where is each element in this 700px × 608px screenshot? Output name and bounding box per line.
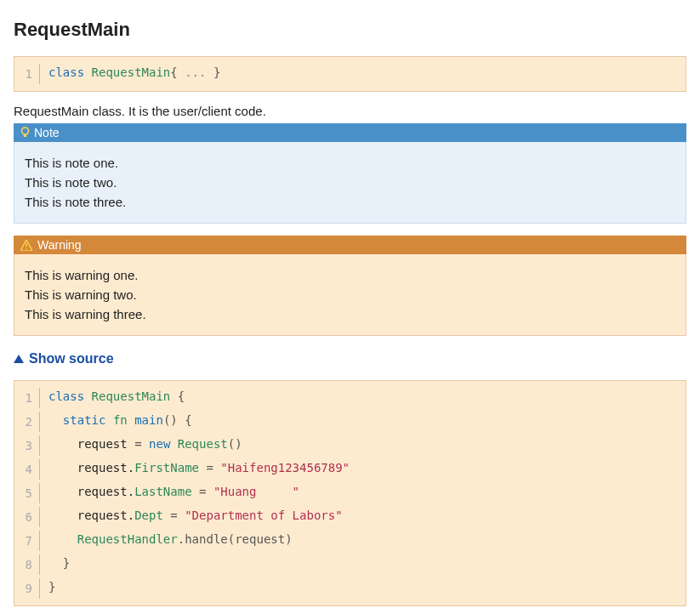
show-source-toggle[interactable]: Show source [14,351,686,367]
line-number: 1 [14,388,40,408]
code-line: 3 request = new Request() [14,434,686,457]
code-content: } [40,577,55,600]
code-line: 5 request.LastName = "Huang " [14,481,686,505]
code-line: 1 class RequestMain{ ... } [14,62,686,86]
code-content: class RequestMain{ ... } [40,62,220,86]
note-header: Note [14,123,686,142]
code-line: 1class RequestMain { [14,386,686,410]
code-line: 2 static fn main() { [14,410,686,434]
line-number: 1 [14,64,40,84]
line-number: 5 [14,483,40,503]
line-number: 2 [14,412,40,432]
warning-item: This is warning three. [25,307,675,321]
code-content: request.Dept = "Department of Labors" [40,505,343,529]
svg-rect-1 [24,134,26,137]
warning-triangle-icon [20,240,32,251]
show-source-label: Show source [29,351,114,367]
code-line: 8 } [14,553,686,577]
svg-rect-3 [26,243,26,247]
code-line: 6 request.Dept = "Department of Labors" [14,505,686,529]
page-title: RequestMain [14,19,686,41]
warning-header: Warning [14,236,686,254]
class-description: RequestMain class. It is the user/client… [14,104,686,118]
code-line: 9} [14,577,686,600]
code-line: 7 RequestHandler.handle(request) [14,529,686,553]
note-label: Note [34,126,60,139]
svg-marker-5 [14,355,24,363]
line-number: 4 [14,459,40,480]
warning-body: This is warning one.This is warning two.… [14,254,686,336]
code-content: static fn main() { [40,410,192,434]
note-item: This is note one. [25,156,675,170]
code-content: RequestHandler.handle(request) [40,529,293,553]
source-code-block: 1class RequestMain {2 static fn main() {… [14,380,686,606]
line-number: 8 [14,554,40,575]
line-number: 7 [14,531,40,551]
warning-item: This is warning two. [25,287,675,302]
code-content: } [40,553,70,577]
svg-point-0 [22,128,29,134]
code-content: request.FirstName = "Haifeng123456789" [40,457,350,481]
declaration-code-block: 1 class RequestMain{ ... } [14,56,686,92]
code-content: request.LastName = "Huang " [40,481,299,505]
warning-label: Warning [37,238,82,252]
triangle-up-icon [14,355,24,363]
note-item: This is note three. [25,195,675,209]
line-number: 9 [14,578,40,599]
note-box: Note This is note one.This is note two.T… [14,123,686,224]
code-line: 4 request.FirstName = "Haifeng123456789" [14,457,686,481]
warning-box: Warning This is warning one.This is warn… [14,236,686,336]
code-content: class RequestMain { [40,386,185,410]
lightbulb-icon [20,127,29,139]
line-number: 6 [14,507,40,527]
line-number: 3 [14,435,40,456]
note-item: This is note two. [25,175,675,190]
note-body: This is note one.This is note two.This i… [14,142,686,224]
warning-item: This is warning one. [25,268,675,282]
svg-rect-4 [26,247,26,248]
code-content: request = new Request() [40,434,242,457]
